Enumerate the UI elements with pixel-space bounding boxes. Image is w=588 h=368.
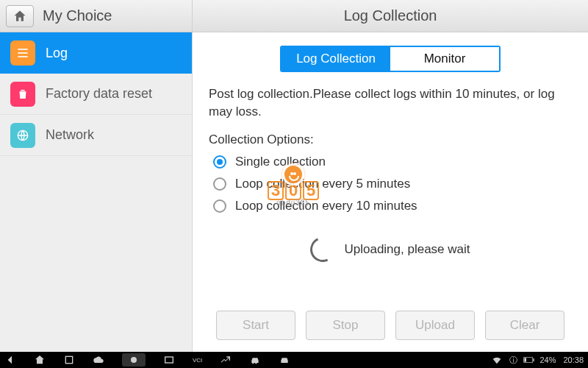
tab-log-collection[interactable]: Log Collection <box>282 47 390 71</box>
spinner-icon <box>307 233 340 266</box>
car-icon[interactable] <box>249 354 261 366</box>
wifi-icon <box>491 354 503 366</box>
system-bar: VCI ⓘ 24% 20:38 <box>0 352 588 368</box>
globe-icon <box>10 123 35 148</box>
recents-icon[interactable] <box>63 354 75 366</box>
option-label: Single collection <box>235 155 326 169</box>
header: My Choice Log Collection <box>0 0 588 32</box>
home-button[interactable] <box>6 5 34 27</box>
sidebar-item-label: Network <box>46 127 94 143</box>
description-text: Post log collection.Please collect logs … <box>209 85 572 121</box>
svg-rect-7 <box>525 358 527 361</box>
button-row: Start Stop Upload Clear <box>193 311 588 340</box>
sidebar: Log Factory data reset Network <box>0 32 193 352</box>
trash-icon <box>10 82 35 107</box>
sysbar-right: ⓘ 24% 20:38 <box>491 354 584 366</box>
radio-icon <box>213 199 226 213</box>
start-button[interactable]: Start <box>216 311 295 340</box>
car2-icon[interactable] <box>279 354 290 366</box>
main: Log Factory data reset Network Log Colle… <box>0 32 588 352</box>
camera-icon[interactable] <box>122 353 146 367</box>
app-icon[interactable] <box>163 354 175 366</box>
battery-icon <box>523 354 535 366</box>
svg-rect-1 <box>18 52 27 54</box>
list-icon <box>10 40 35 66</box>
vci-icon[interactable]: VCI <box>193 354 202 366</box>
svg-rect-2 <box>18 56 27 57</box>
cloud-icon[interactable] <box>93 354 104 366</box>
svg-rect-5 <box>165 357 173 363</box>
battery-pct: 24% <box>539 355 556 364</box>
sidebar-item-network[interactable]: Network <box>0 115 192 156</box>
options-title: Collection Options: <box>209 132 572 147</box>
clear-button[interactable]: Clear <box>485 311 564 340</box>
tab-monitor[interactable]: Monitor <box>390 47 499 71</box>
header-left: My Choice <box>0 0 193 32</box>
home-icon[interactable] <box>34 354 46 366</box>
content: Log Collection Monitor Post log collecti… <box>193 32 588 352</box>
clock: 20:38 <box>563 355 584 364</box>
option-loop-5[interactable]: Loop collection every 5 minutes <box>213 177 572 191</box>
sidebar-item-label: Factory data reset <box>46 86 152 102</box>
upload-button[interactable]: Upload <box>395 311 475 340</box>
svg-rect-8 <box>534 358 534 361</box>
tab-bar: Log Collection Monitor <box>280 46 501 72</box>
radio-icon <box>213 177 226 191</box>
bt-icon: ⓘ <box>507 354 519 366</box>
option-single[interactable]: Single collection <box>213 155 572 169</box>
radio-icon <box>213 155 226 169</box>
header-right-title: Log Collection <box>193 0 588 32</box>
sidebar-item-label: Log <box>46 46 68 61</box>
sysbar-left: VCI <box>4 353 491 367</box>
option-label: Loop collection every 10 minutes <box>235 199 417 213</box>
header-left-title: My Choice <box>43 7 112 24</box>
status-text: Uploading, please wait <box>344 242 470 257</box>
tool-icon[interactable] <box>220 354 232 366</box>
option-loop-10[interactable]: Loop collection every 10 minutes <box>213 199 572 213</box>
svg-rect-4 <box>65 356 72 363</box>
sidebar-item-factory-reset[interactable]: Factory data reset <box>0 74 192 115</box>
option-label: Loop collection every 5 minutes <box>235 177 410 191</box>
back-icon[interactable] <box>4 354 16 366</box>
stop-button[interactable]: Stop <box>306 311 385 340</box>
status-row: Uploading, please wait <box>193 237 588 262</box>
home-icon <box>12 9 27 24</box>
svg-rect-0 <box>18 49 27 50</box>
sidebar-item-log[interactable]: Log <box>0 32 192 74</box>
